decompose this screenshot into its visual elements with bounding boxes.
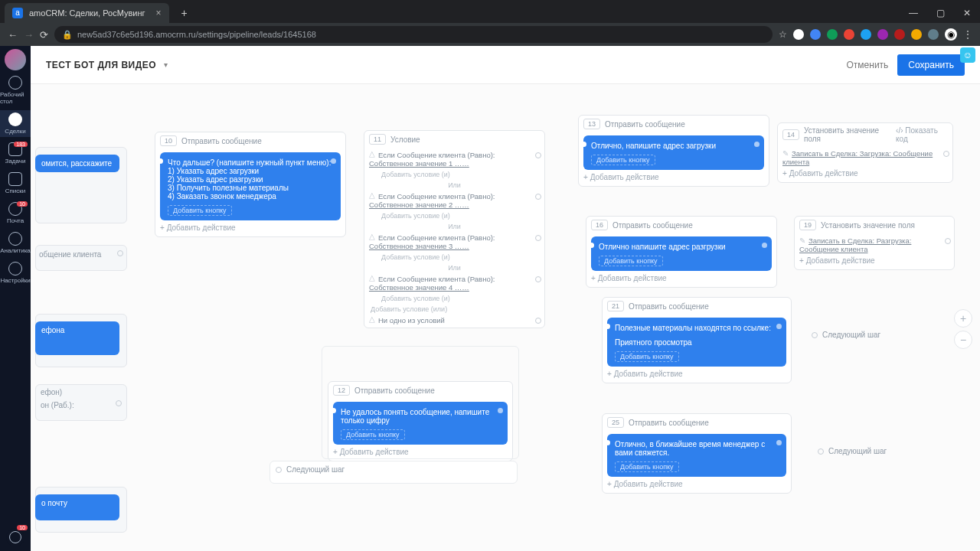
sidebar-item-deals[interactable]: Сделки: [0, 110, 31, 137]
node-13-send-message[interactable]: 13Отправить сообщение Отлично, напишите …: [578, 115, 769, 187]
add-action-link[interactable]: Добавить действие: [782, 169, 948, 178]
forward-icon: →: [24, 29, 34, 41]
add-condition-and[interactable]: Добавить условие (и): [381, 212, 540, 220]
pipeline-title[interactable]: ТЕСТ БОТ ДЛЯ ВИДЕО: [46, 60, 156, 70]
lists-icon: [8, 172, 22, 186]
ext-icon[interactable]: [810, 29, 821, 40]
node-11-condition[interactable]: 11Условие ▽Если Сообщение клиента (Равно…: [364, 130, 545, 328]
add-action-link[interactable]: Добавить действие: [591, 274, 772, 282]
add-button-link[interactable]: Добавить кнопку: [599, 256, 663, 266]
help-widget[interactable]: ☺: [960, 47, 975, 63]
sidebar-label: Настройки: [0, 277, 30, 284]
window-minimize-icon[interactable]: —: [900, 3, 927, 23]
ext-icon[interactable]: [928, 29, 939, 40]
user-avatar[interactable]: [5, 49, 26, 70]
node-19-set-field[interactable]: 19Установить значение поля ✎Записать в С…: [794, 216, 955, 270]
field-row[interactable]: ✎Записать в Сделка: Разгрузка: Сообщение…: [799, 236, 949, 253]
ext-icon[interactable]: [844, 29, 854, 40]
field-row[interactable]: ✎Записать в Сделка: Загрузка: Сообщение …: [782, 149, 948, 166]
sidebar-label: Рабочий стол: [0, 91, 31, 105]
node-type-label: Отправить сообщение: [605, 120, 685, 129]
back-icon[interactable]: ←: [8, 29, 18, 41]
node-25-send-message[interactable]: 25Отправить сообщение Отлично, в ближайш…: [602, 413, 792, 494]
badge: 10: [17, 201, 28, 207]
ext-icon[interactable]: [793, 29, 804, 40]
star-icon[interactable]: ☆: [779, 29, 787, 40]
ext-icon[interactable]: [877, 29, 888, 40]
zoom-out-button[interactable]: −: [954, 331, 972, 349]
add-button-link[interactable]: Добавить кнопку: [615, 351, 679, 362]
deals-icon: [8, 112, 22, 126]
next-step-pill[interactable]: Следующий шаг: [812, 331, 880, 339]
new-tab-button[interactable]: +: [177, 3, 192, 23]
node-type-label: Условие: [390, 135, 420, 144]
node-partial: общение клиента: [35, 245, 127, 271]
ext-icon[interactable]: [911, 29, 922, 40]
add-action-link[interactable]: Добавить действие: [160, 223, 341, 232]
sidebar-item-tasks[interactable]: 183Задачи: [0, 140, 31, 167]
profile-icon[interactable]: ◉: [945, 28, 957, 41]
condition-none[interactable]: ▽Ни одно из условий: [369, 316, 540, 324]
node-type-label: Отправить сообщение: [612, 221, 693, 230]
node-type-label: Установить значение поля: [804, 126, 891, 143]
settings-icon: [8, 262, 22, 276]
sidebar-item-analytics[interactable]: Аналитика: [0, 230, 31, 256]
condition-row[interactable]: ▽Если Сообщение клиента (Равно):Собствен…: [369, 151, 540, 168]
add-condition-and[interactable]: Добавить условие (и): [381, 171, 540, 178]
add-button-link[interactable]: Добавить кнопку: [615, 461, 679, 472]
show-code-link[interactable]: ‹/› Показать код: [896, 126, 948, 143]
sidebar-label: Аналитика: [0, 247, 31, 254]
node-number: 11: [369, 134, 386, 145]
condition-row[interactable]: ▽Если Сообщение клиента (Равно):Собствен…: [369, 233, 540, 250]
analytics-icon: [8, 232, 22, 246]
node-14-set-field[interactable]: 14Установить значение поля‹/› Показать к…: [777, 122, 953, 183]
ext-icon[interactable]: [894, 29, 905, 40]
sidebar-item-desktop[interactable]: Рабочий стол: [0, 73, 31, 107]
sidebar-label: Списки: [5, 187, 26, 194]
address-bar: ← → ⟳ 🔒 new5ad37c6e5d196.amocrm.ru/setti…: [0, 23, 980, 46]
add-condition-and[interactable]: Добавить условие (и): [381, 295, 540, 302]
sidebar-chat[interactable]: 10: [6, 528, 24, 546]
node-number: 19: [799, 220, 816, 230]
zoom-controls: + −: [954, 309, 972, 352]
zoom-in-button[interactable]: +: [954, 309, 972, 328]
cancel-button[interactable]: Отменить: [838, 55, 898, 75]
add-condition-or[interactable]: Добавить условие (или): [371, 305, 540, 313]
add-action-link[interactable]: Добавить действие: [607, 370, 786, 378]
node-number: 25: [607, 417, 624, 428]
tab-close-icon[interactable]: ×: [156, 3, 162, 23]
add-action-link[interactable]: Добавить действие: [607, 480, 786, 488]
condition-row[interactable]: ▽Если Сообщение клиента (Равно):Собствен…: [369, 192, 540, 209]
node-number: 21: [607, 301, 624, 311]
window-maximize-icon[interactable]: ▢: [927, 3, 954, 23]
next-step-pill[interactable]: Следующий шаг: [818, 447, 887, 455]
node-16-send-message[interactable]: 16Отправить сообщение Отлично напишите а…: [586, 216, 777, 288]
bot-canvas[interactable]: омится, расскажите общение клиента ефона…: [31, 84, 980, 551]
or-label: Или: [364, 181, 544, 189]
menu-icon[interactable]: ⋮: [963, 29, 972, 40]
ext-icon[interactable]: [861, 29, 871, 40]
next-step-pill[interactable]: Следующий шаг: [276, 465, 345, 474]
node-21-send-message[interactable]: 21Отправить сообщение Полезные материалы…: [602, 297, 792, 383]
node-10-send-message[interactable]: 10Отправить сообщение Что дальше? (напиш…: [155, 132, 346, 237]
sidebar-item-mail[interactable]: 10Почта: [0, 200, 31, 227]
reload-icon[interactable]: ⟳: [40, 29, 48, 41]
add-action-link[interactable]: Добавить действие: [799, 256, 949, 265]
add-button-link[interactable]: Добавить кнопку: [591, 155, 655, 165]
sidebar-item-lists[interactable]: Списки: [0, 170, 31, 197]
condition-row[interactable]: ▽Если Сообщение клиента (Равно):Собствен…: [369, 275, 540, 292]
partial-bubble: о почту: [35, 494, 119, 520]
add-button-link[interactable]: Добавить кнопку: [168, 205, 232, 216]
add-action-link[interactable]: Добавить действие: [583, 173, 764, 181]
sidebar-item-settings[interactable]: Настройки: [0, 259, 31, 286]
page-header: ТЕСТ БОТ ДЛЯ ВИДЕО ▾ Отменить Сохранить: [31, 46, 980, 84]
url-field[interactable]: 🔒 new5ad37c6e5d196.amocrm.ru/settings/pi…: [54, 26, 773, 43]
save-button[interactable]: Сохранить: [897, 54, 965, 76]
chevron-down-icon[interactable]: ▾: [164, 60, 168, 69]
message-bubble[interactable]: Что дальше? (напишите нужный пункт меню)…: [160, 152, 341, 220]
or-label: Или: [364, 223, 544, 230]
ext-icon[interactable]: [827, 29, 838, 40]
browser-tab[interactable]: a amoCRM: Сделки, РосМувинг ×: [5, 3, 169, 23]
window-close-icon[interactable]: ✕: [954, 3, 980, 23]
add-condition-and[interactable]: Добавить условие (и): [381, 253, 540, 261]
